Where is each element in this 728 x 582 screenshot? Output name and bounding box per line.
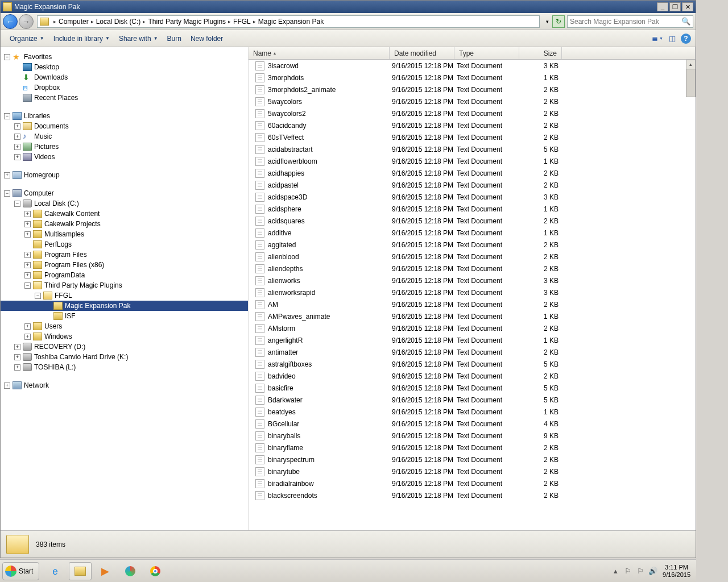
expander-icon[interactable]: + — [14, 154, 20, 160]
col-date[interactable]: Date modified — [390, 47, 454, 59]
expander-icon[interactable]: − — [24, 282, 31, 289]
file-row[interactable]: acidflowerbloom9/16/2015 12:18 PMText Do… — [249, 155, 696, 167]
preview-pane-button[interactable]: ◫ — [666, 32, 679, 45]
file-row[interactable]: basicfire9/16/2015 12:18 PMText Document… — [249, 382, 696, 394]
col-size[interactable]: Size — [519, 47, 562, 59]
expander-icon[interactable]: + — [4, 172, 10, 178]
file-row[interactable]: astralgiftboxes9/16/2015 12:18 PMText Do… — [249, 358, 696, 370]
organize-button[interactable]: Organize▼ — [5, 32, 49, 45]
tree-cakeproj[interactable]: +Cakewalk Projects — [1, 219, 248, 229]
tray-volume-icon[interactable]: 🔊 — [648, 566, 658, 576]
expander-icon[interactable]: + — [14, 364, 20, 371]
expander-icon[interactable]: + — [14, 134, 20, 140]
tree-isf[interactable]: ISF — [1, 311, 248, 321]
address-dropdown[interactable]: ▾ — [542, 15, 552, 28]
expander-icon[interactable]: + — [24, 272, 31, 278]
col-type[interactable]: Type — [454, 47, 519, 59]
file-row[interactable]: alienblood9/16/2015 12:18 PMText Documen… — [249, 251, 696, 263]
search-box[interactable]: 🔍 — [567, 15, 693, 28]
file-row[interactable]: alienworksrapid9/16/2015 12:18 PMText Do… — [249, 286, 696, 298]
file-row[interactable]: acidabstractart9/16/2015 12:18 PMText Do… — [249, 143, 696, 155]
file-row[interactable]: binaryballs9/16/2015 12:18 PMText Docume… — [249, 430, 696, 442]
file-row[interactable]: 3morphdots9/16/2015 12:18 PMText Documen… — [249, 72, 696, 84]
file-row[interactable]: acidhappies9/16/2015 12:18 PMText Docume… — [249, 167, 696, 179]
tree-favorites[interactable]: −★Favorites — [1, 52, 248, 62]
expander-icon[interactable]: − — [4, 113, 10, 119]
tree-network[interactable]: +Network — [1, 380, 248, 390]
refresh-button[interactable]: ↻ — [552, 15, 565, 28]
file-row[interactable]: AM9/16/2015 12:18 PMText Document2 KB — [249, 298, 696, 310]
tree-perflogs[interactable]: PerfLogs — [1, 239, 248, 250]
taskbar-chrome-icon[interactable] — [144, 562, 167, 580]
file-row[interactable]: acidpastel9/16/2015 12:18 PMText Documen… — [249, 179, 696, 191]
tray-show-hidden-icon[interactable]: ▴ — [610, 566, 621, 576]
file-row[interactable]: 60acidcandy9/16/2015 12:18 PMText Docume… — [249, 119, 696, 131]
scroll-thumb[interactable] — [686, 69, 696, 97]
tree-toshibal[interactable]: +TOSHIBA (L:) — [1, 362, 248, 372]
back-button[interactable]: ← — [3, 14, 18, 29]
new-folder-button[interactable]: New folder — [186, 32, 228, 45]
tree-computer[interactable]: −Computer — [1, 188, 248, 198]
include-library-button[interactable]: Include in library▼ — [49, 32, 114, 45]
expander-icon[interactable]: + — [24, 231, 31, 238]
file-row[interactable]: beatdyes9/16/2015 12:18 PMText Document1… — [249, 406, 696, 418]
tree-videos[interactable]: +Videos — [1, 152, 248, 162]
forward-button[interactable]: → — [19, 14, 34, 29]
file-row[interactable]: aliendepths9/16/2015 12:18 PMText Docume… — [249, 263, 696, 275]
search-icon[interactable]: 🔍 — [681, 17, 690, 26]
tray-flag-icon[interactable]: ⚐ — [623, 566, 633, 576]
expander-icon[interactable]: + — [14, 123, 20, 130]
taskbar-ie-icon[interactable]: ｅ — [44, 562, 67, 580]
file-row[interactable]: 5waycolors9/16/2015 12:18 PMText Documen… — [249, 95, 696, 107]
file-row[interactable]: BGcellular9/16/2015 12:18 PMText Documen… — [249, 418, 696, 430]
tree-desktop[interactable]: Desktop — [1, 62, 248, 72]
file-row[interactable]: 3isacrowd9/16/2015 12:18 PMText Document… — [249, 60, 696, 72]
tree-multisamples[interactable]: +Multisamples — [1, 229, 248, 239]
expander-icon[interactable]: − — [4, 54, 10, 60]
expander-icon[interactable]: + — [14, 144, 20, 150]
file-row[interactable]: badvideo9/16/2015 12:18 PMText Document2… — [249, 370, 696, 382]
file-row[interactable]: aggitated9/16/2015 12:18 PMText Document… — [249, 239, 696, 251]
tree-progfilesx86[interactable]: +Program Files (x86) — [1, 260, 248, 270]
crumb-thirdparty[interactable]: Third Party Magic Plugins — [148, 18, 226, 26]
tree-magicexp[interactable]: Magic Expansion Pak — [1, 301, 248, 311]
tree-progdata[interactable]: +ProgramData — [1, 270, 248, 280]
tree-users[interactable]: +Users — [1, 321, 248, 331]
tree-progfiles[interactable]: +Program Files — [1, 250, 248, 260]
file-row[interactable]: additive9/16/2015 12:18 PMText Document1… — [249, 227, 696, 239]
burn-button[interactable]: Burn — [163, 32, 186, 45]
file-row[interactable]: acidsphere9/16/2015 12:18 PMText Documen… — [249, 203, 696, 215]
file-row[interactable]: 3morphdots2_animate9/16/2015 12:18 PMTex… — [249, 84, 696, 95]
col-spare[interactable] — [562, 47, 696, 59]
file-row[interactable]: angerlightR9/16/2015 12:18 PMText Docume… — [249, 334, 696, 346]
expander-icon[interactable]: + — [4, 383, 10, 389]
file-row[interactable]: blackscreendots9/16/2015 12:18 PMText Do… — [249, 489, 696, 501]
file-row[interactable]: 60sTVeffect9/16/2015 12:18 PMText Docume… — [249, 131, 696, 143]
expander-icon[interactable]: + — [24, 211, 31, 217]
file-list[interactable]: ▴ 3isacrowd9/16/2015 12:18 PMText Docume… — [249, 60, 696, 530]
expander-icon[interactable]: + — [14, 354, 20, 360]
tree-downloads[interactable]: ⬇Downloads — [1, 72, 248, 82]
tree-cakecontent[interactable]: +Cakewalk Content — [1, 209, 248, 219]
file-row[interactable]: binaryspectrum9/16/2015 12:18 PMText Doc… — [249, 454, 696, 465]
file-row[interactable]: antimatter9/16/2015 12:18 PMText Documen… — [249, 346, 696, 358]
help-button[interactable]: ? — [681, 34, 691, 44]
tree-ffgl[interactable]: −FFGL — [1, 290, 248, 301]
search-input[interactable] — [570, 18, 681, 26]
tree-recovery[interactable]: +RECOVERY (D:) — [1, 342, 248, 352]
expander-icon[interactable]: + — [24, 323, 31, 330]
tree-recent[interactable]: Recent Places — [1, 93, 248, 103]
tree-localc[interactable]: −Local Disk (C:) — [1, 198, 248, 209]
expander-icon[interactable]: + — [14, 344, 20, 350]
taskbar-media-icon[interactable]: ▶ — [94, 562, 117, 580]
minimize-button[interactable]: _ — [657, 2, 668, 11]
col-name[interactable]: Name▴ — [249, 47, 390, 59]
file-row[interactable]: biradialrainbow9/16/2015 12:18 PMText Do… — [249, 477, 696, 489]
taskbar-app-icon[interactable] — [119, 562, 142, 580]
file-row[interactable]: acidsquares9/16/2015 12:18 PMText Docume… — [249, 215, 696, 227]
expander-icon[interactable]: − — [35, 293, 41, 299]
expander-icon[interactable]: + — [24, 262, 31, 268]
tree-libraries[interactable]: −Libraries — [1, 111, 248, 121]
file-row[interactable]: AMPwaves_animate9/16/2015 12:18 PMText D… — [249, 310, 696, 322]
maximize-button[interactable]: ❐ — [669, 2, 681, 11]
